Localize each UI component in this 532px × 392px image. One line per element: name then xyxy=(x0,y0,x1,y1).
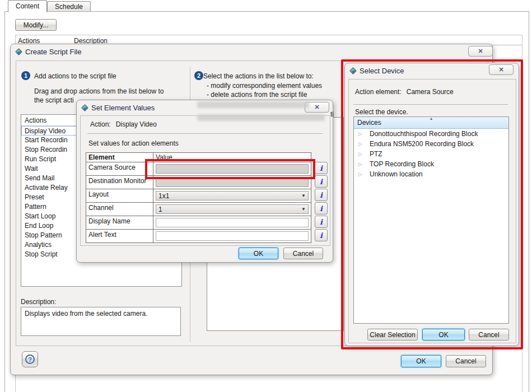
app-diamond-icon xyxy=(349,67,357,74)
ok-button[interactable]: OK xyxy=(401,355,441,367)
layout-dropdown[interactable]: 1x1 ▼ xyxy=(156,191,309,200)
info-button[interactable]: i xyxy=(315,202,328,214)
clear-selection-button[interactable]: Clear Selection xyxy=(367,329,418,340)
cancel-button[interactable]: Cancel xyxy=(283,248,323,259)
element-cell: Destination Monitor xyxy=(86,176,153,189)
sort-ascending-icon: ▲ xyxy=(430,116,433,120)
truncated-text-fragment: ti xyxy=(330,110,334,118)
devices-column-header[interactable]: Devices ▲ xyxy=(354,117,508,129)
chevron-down-icon: ▼ xyxy=(301,193,306,198)
devices-tree: Devices ▲ ▷ Donottouchthispool Recording… xyxy=(353,116,509,324)
select-device-dialog: Select Device ✕ Action element: Camera S… xyxy=(344,63,519,346)
tree-item[interactable]: ▷ PTZ xyxy=(354,149,508,159)
tree-item[interactable]: ▷ TOP Recording Block xyxy=(354,159,508,169)
close-button[interactable]: ✕ xyxy=(489,64,514,75)
value-cell xyxy=(153,230,311,242)
table-row: Alert Text xyxy=(86,229,311,242)
element-cell: Channel xyxy=(86,203,153,216)
element-cell: Camera Source xyxy=(86,162,153,175)
cancel-button[interactable]: Cancel xyxy=(469,329,509,340)
element-cell: Alert Text xyxy=(86,230,153,242)
close-icon: ✕ xyxy=(498,66,503,73)
chevron-right-icon[interactable]: ▷ xyxy=(358,141,370,147)
help-icon: ? xyxy=(25,354,35,364)
set-element-values-dialog: Set Element Values ✕ Action: Display Vid… xyxy=(76,100,333,263)
chevron-right-icon[interactable]: ▷ xyxy=(358,171,370,177)
tree-item-label: PTZ xyxy=(370,150,382,158)
tree-item[interactable]: ▷ Donottouchthispool Recording Block xyxy=(354,129,508,139)
element-column-header: Element xyxy=(86,153,153,162)
help-button[interactable]: ? xyxy=(22,351,38,367)
ok-button[interactable]: OK xyxy=(422,329,465,340)
close-icon: ✕ xyxy=(478,48,483,55)
description-textbox[interactable]: Displays video from the selected camera. xyxy=(21,307,181,336)
chevron-down-icon: ▼ xyxy=(301,207,306,212)
value-cell xyxy=(153,176,311,189)
element-cell: Display Name xyxy=(86,216,153,229)
alert-text-field[interactable] xyxy=(156,231,309,241)
table-row: Destination Monitor xyxy=(86,175,311,189)
app-diamond-icon xyxy=(15,48,22,55)
step1-description-line: Drag and drop actions from the list belo… xyxy=(34,87,164,95)
action-element-value: Camera Source xyxy=(407,88,454,96)
step2-line: - modify corresponding element values xyxy=(207,82,322,90)
devices-header-label: Devices xyxy=(357,119,381,127)
value-cell xyxy=(153,216,311,229)
table-header-row: Element Value xyxy=(86,153,311,162)
dropdown-value: 1x1 xyxy=(158,192,169,200)
dialog-title: Set Element Values xyxy=(91,104,155,112)
dropdown-value: 1 xyxy=(158,206,162,213)
chevron-right-icon[interactable]: ▷ xyxy=(358,151,370,157)
close-button[interactable]: ✕ xyxy=(468,46,493,57)
step2-line: Select the actions in the list below to: xyxy=(203,72,314,80)
description-label: Description: xyxy=(21,298,56,306)
info-button[interactable]: i xyxy=(315,216,328,228)
tab-schedule[interactable]: Schedule xyxy=(47,1,91,11)
action-label: Action: xyxy=(90,120,111,128)
table-row: Display Name xyxy=(86,216,311,229)
separator xyxy=(353,104,508,105)
dialog-title: Select Device xyxy=(360,67,404,75)
tree-item[interactable]: ▷ Endura NSM5200 Recording Block xyxy=(354,139,508,149)
info-button[interactable]: i xyxy=(315,162,328,174)
element-cell: Layout xyxy=(86,189,153,202)
action-element-row: Action element: Camera Source xyxy=(355,88,454,96)
info-button[interactable]: i xyxy=(315,229,328,241)
modify-button[interactable]: Modify... xyxy=(15,19,57,31)
step1-badge: 1 xyxy=(21,71,30,80)
action-row: Action: Display Video xyxy=(90,120,157,128)
step1-heading: Add actions to the script file xyxy=(34,72,116,80)
step2-badge: 2 xyxy=(194,71,203,80)
step1-description-line: the script acti xyxy=(34,96,74,104)
value-column-header: Value xyxy=(153,153,311,162)
action-value: Display Video xyxy=(116,120,157,128)
display-name-field[interactable] xyxy=(156,218,309,227)
value-cell: 1 ▼ xyxy=(153,203,311,216)
blurred-text-region xyxy=(197,101,309,108)
tree-item-label: Unknown location xyxy=(370,170,423,178)
separator xyxy=(87,133,323,134)
dialog-title-bar: Select Device xyxy=(351,67,404,75)
tree-item-label: Endura NSM5200 Recording Block xyxy=(370,140,474,148)
table-row: Camera Source xyxy=(86,162,311,175)
chevron-right-icon[interactable]: ▷ xyxy=(358,161,370,167)
instruction-text: Select the device. xyxy=(355,108,408,116)
info-button[interactable]: i xyxy=(315,189,328,201)
action-element-label: Action element: xyxy=(355,88,402,96)
dialog-title-bar: Create Script File xyxy=(16,48,81,56)
tree-item[interactable]: ▷ Unknown location xyxy=(354,169,508,179)
tree-item-label: Donottouchthispool Recording Block xyxy=(370,130,478,138)
blurred-text-region xyxy=(197,114,325,121)
table-row: Layout 1x1 ▼ xyxy=(86,189,311,202)
tab-content[interactable]: Content xyxy=(8,0,47,12)
channel-dropdown[interactable]: 1 ▼ xyxy=(156,204,309,214)
close-icon: ✕ xyxy=(314,104,319,111)
cancel-button[interactable]: Cancel xyxy=(446,355,486,367)
destination-monitor-field xyxy=(156,178,309,187)
ok-button[interactable]: OK xyxy=(239,248,278,259)
chevron-right-icon[interactable]: ▷ xyxy=(358,131,370,137)
info-button[interactable]: i xyxy=(315,175,328,188)
app-diamond-icon xyxy=(81,104,88,111)
camera-source-field xyxy=(156,164,309,174)
element-values-table: Element Value Camera Source Destination … xyxy=(86,152,311,243)
